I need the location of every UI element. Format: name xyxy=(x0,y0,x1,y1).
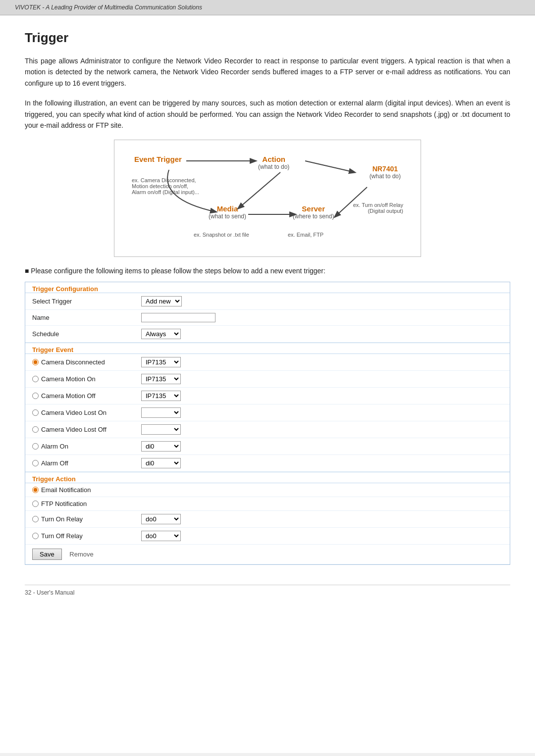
footer-text: 32 - User's Manual xyxy=(25,589,74,596)
diagram-ex-server: ex. Email, FTP xyxy=(288,232,323,238)
select-trigger-row: Select Trigger Add new Trigger 1 Trigger… xyxy=(25,293,510,310)
diagram-ex-nr: ex. Turn on/off Relay (Digital output) xyxy=(339,202,403,214)
camera-disconnected-label: Camera Disconnected xyxy=(32,358,127,366)
event-trigger-label: Event Trigger xyxy=(134,155,182,163)
alarm-on-dropdown[interactable]: di0di1 xyxy=(141,441,181,452)
name-label: Name xyxy=(25,310,134,326)
trigger-action-table: Email Notification FTP Notification xyxy=(25,483,510,564)
ex-server-text: ex. Email, FTP xyxy=(288,232,323,238)
turn-off-relay-row: Turn Off Relay do0do1 xyxy=(25,528,510,545)
trigger-config-title: Trigger Configuration xyxy=(25,282,510,293)
email-notification-row: Email Notification xyxy=(25,483,510,497)
trigger-config-box: Trigger Configuration Select Trigger Add… xyxy=(25,282,510,565)
camera-video-lost-on-radio[interactable] xyxy=(32,409,39,416)
ex-event-text: ex. Camera Disconnected, Motion detectio… xyxy=(132,177,199,195)
ex-media-text: ex. Snapshot or .txt file xyxy=(194,232,249,238)
turn-on-relay-dropdown[interactable]: do0do1 xyxy=(141,514,181,524)
alarm-on-label: Alarm On xyxy=(32,443,127,450)
server-sub: (where to send) xyxy=(293,213,334,220)
diagram-server: Server (where to send) xyxy=(293,204,334,220)
diagram-nr7401: NR7401 (what to do) xyxy=(370,165,401,180)
alarm-off-radio[interactable] xyxy=(32,460,39,466)
diagram-action: Action (what to do) xyxy=(258,155,289,170)
diagram-container: Event Trigger ex. Camera Disconnected, M… xyxy=(114,140,421,257)
email-notification-radio[interactable] xyxy=(32,487,39,493)
turn-on-relay-row: Turn On Relay do0do1 xyxy=(25,511,510,528)
ftp-notification-label: FTP Notification xyxy=(32,500,127,507)
camera-motion-on-row: Camera Motion On IP7135IP7136IP7137 xyxy=(25,371,510,388)
alarm-on-row: Alarm On di0di1 xyxy=(25,438,510,455)
camera-motion-off-row: Camera Motion Off IP7135IP7136IP7137 xyxy=(25,388,510,404)
alarm-off-row: Alarm Off di0di1 xyxy=(25,455,510,472)
turn-off-relay-dropdown[interactable]: do0do1 xyxy=(141,531,181,541)
top-bar: VIVOTEK - A Leading Provider of Multimed… xyxy=(0,0,535,15)
diagram-event-trigger: Event Trigger xyxy=(134,155,182,163)
please-note: ■ Please configure the following items t… xyxy=(25,267,510,275)
camera-disconnected-row: Camera Disconnected IP7135IP7136IP7137 xyxy=(25,354,510,371)
alarm-off-dropdown[interactable]: di0di1 xyxy=(141,458,181,468)
name-row: Name xyxy=(25,310,510,326)
camera-disconnected-radio[interactable] xyxy=(32,359,39,365)
main-content: Trigger This page allows Administrator t… xyxy=(0,15,535,753)
description-1: This page allows Administrator to config… xyxy=(25,55,510,89)
tagline: VIVOTEK - A Leading Provider of Multimed… xyxy=(15,4,202,11)
camera-video-lost-on-label: Camera Video Lost On xyxy=(32,409,127,416)
alarm-on-radio[interactable] xyxy=(32,443,39,450)
select-trigger-label: Select Trigger xyxy=(25,293,134,310)
camera-disconnected-dropdown[interactable]: IP7135IP7136IP7137 xyxy=(141,357,181,367)
diagram: Event Trigger ex. Camera Disconnected, M… xyxy=(129,150,406,247)
turn-off-relay-label: Turn Off Relay xyxy=(32,532,127,540)
remove-button[interactable]: Remove xyxy=(66,549,96,559)
description-2: In the following illustration, an event … xyxy=(25,98,510,131)
server-label: Server xyxy=(293,204,334,213)
svg-line-1 xyxy=(238,172,280,208)
footer-note: 32 - User's Manual xyxy=(25,585,510,596)
diagram-ex-media: ex. Snapshot or .txt file xyxy=(194,232,249,238)
media-sub: (what to send) xyxy=(209,213,246,220)
schedule-dropdown[interactable]: Always Custom xyxy=(141,329,181,339)
camera-video-lost-on-dropdown[interactable] xyxy=(141,407,181,418)
schedule-row: Schedule Always Custom xyxy=(25,326,510,343)
camera-video-lost-on-row: Camera Video Lost On xyxy=(25,404,510,421)
action-label: Action xyxy=(258,155,289,163)
ftp-notification-radio[interactable] xyxy=(32,501,39,507)
trigger-event-title: Trigger Event xyxy=(25,343,510,353)
ftp-notification-row: FTP Notification xyxy=(25,497,510,511)
camera-motion-on-label: Camera Motion On xyxy=(32,375,127,383)
trigger-event-table: Camera Disconnected IP7135IP7136IP7137 C… xyxy=(25,353,510,472)
camera-video-lost-off-dropdown[interactable] xyxy=(141,424,181,435)
buttons-row: Save Remove xyxy=(25,545,510,564)
nr7401-sub: (what to do) xyxy=(370,173,401,180)
turn-on-relay-radio[interactable] xyxy=(32,516,39,522)
camera-motion-off-dropdown[interactable]: IP7135IP7136IP7137 xyxy=(141,391,181,401)
diagram-media: Media (what to send) xyxy=(209,204,246,220)
nr7401-label: NR7401 xyxy=(370,165,401,173)
alarm-off-label: Alarm Off xyxy=(32,459,127,467)
name-input[interactable] xyxy=(141,313,215,322)
schedule-label: Schedule xyxy=(25,326,134,343)
camera-video-lost-off-radio[interactable] xyxy=(32,426,39,433)
email-notification-label: Email Notification xyxy=(32,486,127,494)
svg-line-2 xyxy=(305,161,355,172)
diagram-ex-event: ex. Camera Disconnected, Motion detectio… xyxy=(132,177,201,195)
save-button[interactable]: Save xyxy=(32,549,62,560)
turn-off-relay-radio[interactable] xyxy=(32,533,39,539)
camera-motion-off-radio[interactable] xyxy=(32,393,39,399)
select-trigger-dropdown[interactable]: Add new Trigger 1 Trigger 2 xyxy=(141,296,182,306)
camera-motion-on-radio[interactable] xyxy=(32,376,39,382)
trigger-config-table: Select Trigger Add new Trigger 1 Trigger… xyxy=(25,293,510,343)
trigger-action-title: Trigger Action xyxy=(25,472,510,483)
turn-on-relay-label: Turn On Relay xyxy=(32,515,127,523)
page-title: Trigger xyxy=(25,30,510,46)
camera-video-lost-off-row: Camera Video Lost Off xyxy=(25,421,510,438)
camera-motion-on-dropdown[interactable]: IP7135IP7136IP7137 xyxy=(141,374,181,384)
camera-motion-off-label: Camera Motion Off xyxy=(32,392,127,400)
camera-video-lost-off-label: Camera Video Lost Off xyxy=(32,426,127,433)
action-sub: (what to do) xyxy=(258,163,289,170)
ex-nr-text: ex. Turn on/off Relay (Digital output) xyxy=(353,202,403,214)
media-label: Media xyxy=(209,204,246,213)
